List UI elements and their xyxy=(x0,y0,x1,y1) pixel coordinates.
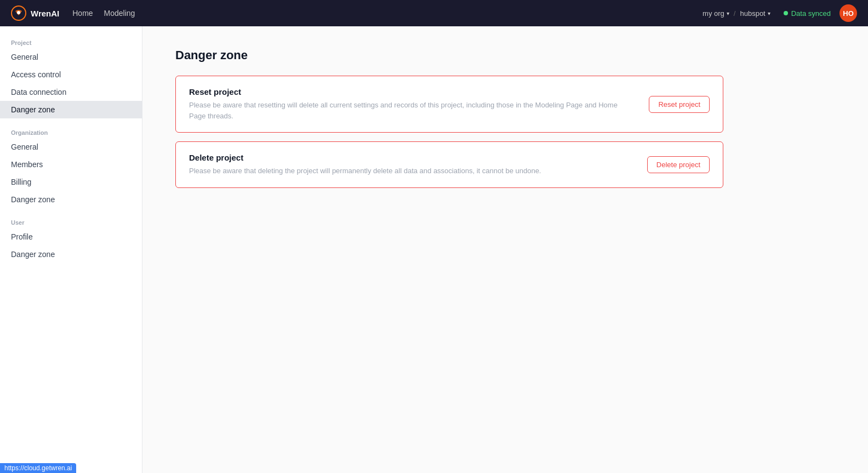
delete-project-description: Please be aware that deleting the projec… xyxy=(189,166,625,176)
sidebar-item-profile[interactable]: Profile xyxy=(0,228,142,246)
brand-name: WrenAI xyxy=(31,9,59,18)
sidebar-item-project-danger-zone[interactable]: Danger zone xyxy=(0,101,142,118)
delete-project-button[interactable]: Delete project xyxy=(647,156,710,173)
breadcrumb-separator: / xyxy=(734,9,736,18)
nav-modeling[interactable]: Modeling xyxy=(104,9,135,18)
sidebar-section-project: Project xyxy=(0,35,142,48)
top-navigation: WrenAI Home Modeling my org ▾ / hubspot … xyxy=(0,0,868,26)
org-selector[interactable]: my org ▾ xyxy=(703,9,729,18)
project-name: hubspot xyxy=(740,9,765,18)
project-selector[interactable]: hubspot ▾ xyxy=(740,9,770,18)
brand-logo[interactable]: WrenAI xyxy=(11,5,59,21)
reset-project-card: Reset project Please be aware that reset… xyxy=(175,76,723,133)
sidebar-item-project-general[interactable]: General xyxy=(0,48,142,66)
sync-label: Data synced xyxy=(791,9,831,18)
reset-project-title: Reset project xyxy=(189,87,627,96)
sync-status: Data synced xyxy=(784,9,831,18)
page-title: Danger zone xyxy=(175,48,835,62)
svg-point-1 xyxy=(17,11,20,14)
sidebar-item-access-control[interactable]: Access control xyxy=(0,66,142,83)
sidebar-item-members[interactable]: Members xyxy=(0,156,142,173)
nav-home[interactable]: Home xyxy=(72,9,93,18)
sidebar-item-org-danger-zone[interactable]: Danger zone xyxy=(0,191,142,208)
status-url: https://cloud.getwren.ai xyxy=(4,464,72,472)
sidebar-item-billing[interactable]: Billing xyxy=(0,173,142,191)
reset-project-content: Reset project Please be aware that reset… xyxy=(189,87,649,121)
org-project-selector: my org ▾ / hubspot ▾ xyxy=(703,9,770,18)
sidebar-item-org-general[interactable]: General xyxy=(0,138,142,156)
sidebar: Project General Access control Data conn… xyxy=(0,26,142,473)
main-content: Danger zone Reset project Please be awar… xyxy=(142,26,868,473)
top-right-actions: Data synced HO xyxy=(784,4,857,22)
status-bar: https://cloud.getwren.ai xyxy=(0,463,76,473)
avatar-initials: HO xyxy=(843,9,854,18)
sidebar-item-user-danger-zone[interactable]: Danger zone xyxy=(0,246,142,263)
wrenai-logo-icon xyxy=(11,5,26,21)
reset-project-button[interactable]: Reset project xyxy=(649,96,710,113)
delete-project-content: Delete project Please be aware that dele… xyxy=(189,153,647,176)
delete-project-title: Delete project xyxy=(189,153,625,162)
delete-project-card: Delete project Please be aware that dele… xyxy=(175,141,723,188)
org-chevron-icon: ▾ xyxy=(727,10,729,16)
sync-indicator-icon xyxy=(784,11,788,15)
sidebar-section-user: User xyxy=(0,215,142,228)
reset-project-description: Please be aware that resetting will dele… xyxy=(189,100,627,121)
project-chevron-icon: ▾ xyxy=(768,10,770,16)
org-name: my org xyxy=(703,9,724,18)
page-layout: Project General Access control Data conn… xyxy=(0,26,868,473)
user-avatar[interactable]: HO xyxy=(840,4,857,22)
sidebar-item-data-connection[interactable]: Data connection xyxy=(0,83,142,101)
sidebar-section-organization: Organization xyxy=(0,125,142,138)
nav-links: Home Modeling xyxy=(72,9,135,18)
